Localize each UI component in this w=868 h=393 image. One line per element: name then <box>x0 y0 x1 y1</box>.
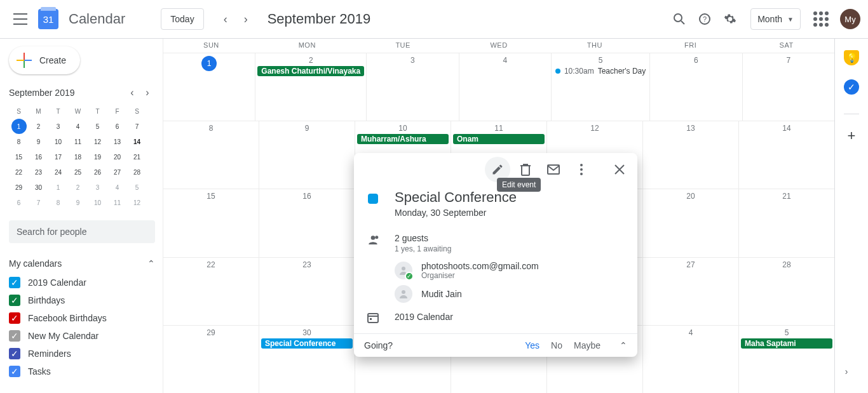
mini-day[interactable]: 26 <box>88 164 107 180</box>
google-apps-button[interactable] <box>808 6 834 32</box>
calendar-checkbox[interactable]: ✓ <box>9 312 20 324</box>
mini-day[interactable]: 6 <box>9 195 29 210</box>
mini-day[interactable]: 17 <box>48 149 68 164</box>
mini-day[interactable]: 22 <box>9 164 29 180</box>
calendar-item[interactable]: ✓Tasks <box>9 363 163 380</box>
event-chip[interactable]: Special Conference <box>261 338 353 349</box>
mini-day[interactable]: 24 <box>48 164 68 180</box>
day-cell[interactable]: 4 <box>643 326 739 393</box>
mini-day[interactable]: 10 <box>88 195 107 210</box>
event-chip[interactable]: Onam <box>453 134 545 144</box>
mini-day[interactable]: 1 <box>48 180 68 195</box>
day-cell[interactable]: 20 <box>643 189 739 256</box>
mini-day[interactable]: 12 <box>127 195 147 210</box>
add-addon-button[interactable]: + <box>844 128 859 143</box>
mini-day[interactable]: 2 <box>29 119 48 134</box>
calendar-checkbox[interactable]: ✓ <box>9 295 20 306</box>
day-cell[interactable]: 28 <box>739 258 834 325</box>
day-cell[interactable]: 7 <box>743 53 834 121</box>
day-cell[interactable]: 5Maha Saptami <box>739 326 834 393</box>
mini-next-button[interactable]: › <box>140 87 155 98</box>
mini-day[interactable]: 6 <box>107 119 127 134</box>
day-cell[interactable]: 6 <box>650 53 742 121</box>
mini-day[interactable]: 5 <box>88 119 107 134</box>
day-cell[interactable]: 15 <box>163 189 259 256</box>
day-cell[interactable]: 14 <box>739 121 834 189</box>
keep-icon[interactable]: 💡 <box>844 50 859 65</box>
mini-day[interactable]: 20 <box>107 149 127 164</box>
calendar-item[interactable]: ✓Facebook Birthdays <box>9 309 163 327</box>
search-button[interactable] <box>667 6 692 32</box>
rsvp-maybe-button[interactable]: Maybe <box>574 340 600 350</box>
event-chip[interactable]: Muharram/Ashura <box>357 134 449 144</box>
day-cell[interactable]: 4 <box>459 53 552 121</box>
mini-day[interactable]: 4 <box>107 180 127 195</box>
mini-day[interactable]: 25 <box>68 164 88 180</box>
mini-day[interactable]: 11 <box>68 134 88 149</box>
day-cell[interactable]: 9 <box>259 121 355 189</box>
mini-day[interactable]: 27 <box>107 164 127 180</box>
calendar-checkbox[interactable]: ✓ <box>9 277 20 288</box>
mini-day[interactable]: 10 <box>48 134 68 149</box>
support-button[interactable]: ? <box>692 6 717 32</box>
mini-day[interactable]: 11 <box>107 195 127 210</box>
mini-day[interactable]: 29 <box>9 180 29 195</box>
mini-day[interactable]: 3 <box>88 180 107 195</box>
main-menu-button[interactable] <box>8 6 33 32</box>
mini-day[interactable]: 13 <box>107 134 127 149</box>
mini-day[interactable]: 12 <box>88 134 107 149</box>
options-button[interactable] <box>569 157 594 182</box>
rsvp-yes-button[interactable]: Yes <box>525 340 539 350</box>
today-button[interactable]: Today <box>161 8 203 30</box>
day-cell[interactable]: 27 <box>643 258 739 325</box>
mini-day[interactable]: 1 <box>11 119 27 134</box>
day-cell[interactable]: 21 <box>739 189 834 256</box>
mini-day[interactable]: 7 <box>127 119 147 134</box>
tasks-icon[interactable]: ✓ <box>844 79 859 95</box>
rsvp-no-button[interactable]: No <box>551 340 562 350</box>
settings-button[interactable] <box>717 6 743 32</box>
mini-day[interactable]: 19 <box>88 149 107 164</box>
calendar-checkbox[interactable]: ✓ <box>9 330 20 342</box>
calendar-checkbox[interactable]: ✓ <box>9 366 20 377</box>
day-cell[interactable]: 16 <box>259 189 355 256</box>
mini-day[interactable]: 23 <box>29 164 48 180</box>
event-chip[interactable]: Maha Saptami <box>741 338 832 349</box>
event-chip[interactable]: 10:30amTeacher's Day <box>552 66 649 76</box>
mini-prev-button[interactable]: ‹ <box>125 87 140 98</box>
mini-day[interactable]: 4 <box>68 119 88 134</box>
search-people-input[interactable]: Search for people <box>9 220 155 243</box>
mini-day[interactable]: 28 <box>127 164 147 180</box>
prev-period-button[interactable]: ‹ <box>215 9 236 29</box>
mini-day[interactable]: 8 <box>48 195 68 210</box>
my-calendars-toggle[interactable]: My calendars ⌃ <box>9 253 163 274</box>
calendar-item[interactable]: ✓New My Calendar <box>9 327 163 345</box>
mini-day[interactable]: 30 <box>29 180 48 195</box>
mini-day[interactable]: 15 <box>9 149 29 164</box>
day-cell[interactable]: 510:30amTeacher's Day <box>552 53 650 121</box>
show-side-panel-button[interactable]: › <box>834 359 859 384</box>
mini-day[interactable]: 9 <box>68 195 88 210</box>
day-cell[interactable]: 13 <box>643 121 739 189</box>
day-cell[interactable]: 22 <box>163 258 259 325</box>
calendar-item[interactable]: ✓Birthdays <box>9 291 163 309</box>
view-selector[interactable]: Month ▼ <box>750 8 801 30</box>
mini-day[interactable]: 18 <box>68 149 88 164</box>
next-period-button[interactable]: › <box>236 9 256 29</box>
day-cell[interactable]: 30Special Conference <box>259 326 355 393</box>
calendar-checkbox[interactable]: ✓ <box>9 348 20 359</box>
day-cell[interactable]: 1 <box>163 53 255 121</box>
calendar-item[interactable]: ✓2019 Calendar <box>9 274 163 291</box>
day-cell[interactable]: 23 <box>259 258 355 325</box>
day-cell[interactable]: 2Ganesh Chaturthi/Vinayaka <box>255 53 367 121</box>
mini-day[interactable]: 2 <box>68 180 88 195</box>
mini-day[interactable]: 8 <box>9 134 29 149</box>
mini-day[interactable]: 14 <box>127 134 147 149</box>
mini-day[interactable]: 5 <box>127 180 147 195</box>
day-cell[interactable]: 29 <box>163 326 259 393</box>
create-button[interactable]: Create <box>9 46 80 74</box>
day-cell[interactable]: 3 <box>367 53 459 121</box>
calendar-item[interactable]: ✓Reminders <box>9 345 163 363</box>
email-guests-button[interactable] <box>541 157 566 182</box>
mini-day[interactable]: 16 <box>29 149 48 164</box>
